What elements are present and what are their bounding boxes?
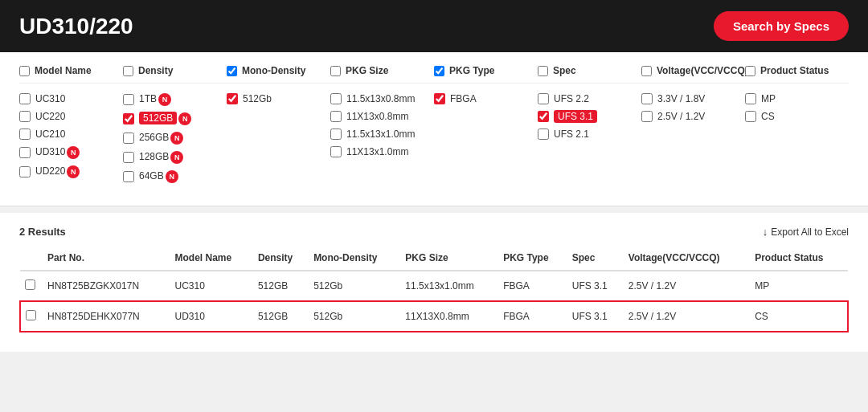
filter-header-label-mono-density: Mono-Density <box>242 65 305 76</box>
filter-header-pkg-size: PKG Size <box>330 65 434 84</box>
table-cell: HN8T25DEHKX077N <box>43 301 170 332</box>
filter-item-label: 512Gb <box>243 93 272 104</box>
filter-header-model-name: Model Name <box>19 65 123 84</box>
filter-header-pkg-type: PKG Type <box>434 65 538 84</box>
filter-item-checkbox[interactable] <box>434 93 445 104</box>
filter-item-checkbox[interactable] <box>123 94 134 105</box>
filter-header-checkbox-model-name[interactable] <box>19 66 30 76</box>
filter-header-label-density: Density <box>138 65 173 76</box>
filter-item-checkbox[interactable] <box>19 93 31 104</box>
filter-item-checkbox[interactable] <box>19 111 31 122</box>
filter-header-label-pkg-type: PKG Type <box>449 65 494 76</box>
filter-item-label: 11.5x13x1.0mm <box>346 128 415 140</box>
filter-item-checkbox[interactable] <box>330 93 342 104</box>
filter-item-checkbox[interactable] <box>123 152 134 163</box>
filter-item: CS <box>745 111 849 122</box>
filter-header-checkbox-spec[interactable] <box>538 66 548 76</box>
table-cell: 512Gb <box>309 271 400 301</box>
filter-item: 512GBN <box>123 112 227 125</box>
filter-item-label: UC310 <box>35 93 65 104</box>
filter-item-checkbox[interactable] <box>330 128 342 140</box>
filter-header-density: Density <box>123 65 227 84</box>
results-count: 2 Results <box>19 226 66 238</box>
header: UD310/220 Search by Specs <box>0 0 868 52</box>
filter-col-voltage: Voltage(VCC/VCCQ)3.3V / 1.8V2.5V / 1.2V <box>641 65 745 128</box>
filter-item-label: 1TBN <box>139 93 171 106</box>
table-cell: 512GB <box>253 301 309 332</box>
filter-header-checkbox-pkg-size[interactable] <box>330 66 341 76</box>
new-badge: N <box>178 112 191 125</box>
filter-header-label-voltage: Voltage(VCC/VCCQ) <box>657 65 748 76</box>
filter-item-checkbox[interactable] <box>19 128 31 140</box>
filter-header-checkbox-pkg-type[interactable] <box>434 66 444 76</box>
filter-row: Model NameUC310UC220UC210UD310NUD220NDen… <box>19 65 849 190</box>
filter-item: 11.5x13x1.0mm <box>330 128 434 140</box>
table-col-header: Part No. <box>43 246 170 271</box>
table-cell: CS <box>750 301 848 332</box>
table-col-header: Voltage(VCC/VCCQ) <box>624 246 750 271</box>
table-cell: MP <box>750 271 848 301</box>
filter-header-checkbox-mono-density[interactable] <box>227 66 237 76</box>
filter-item-checkbox[interactable] <box>745 111 756 122</box>
filter-item-checkbox[interactable] <box>227 93 238 104</box>
filter-item: UFS 2.1 <box>538 128 641 140</box>
filter-item-label: UC210 <box>35 128 65 140</box>
filter-item-checkbox[interactable] <box>123 133 134 144</box>
filter-item-label: 2.5V / 1.2V <box>657 111 705 122</box>
filter-item-label: 11.5x13x0.8mm <box>346 93 415 104</box>
filter-item-label: UC220 <box>35 111 65 122</box>
row-checkbox[interactable] <box>26 310 36 320</box>
row-checkbox[interactable] <box>25 279 35 290</box>
filter-header-checkbox-density[interactable] <box>123 66 133 76</box>
filter-col-mono-density: Mono-Density512Gb <box>227 65 330 111</box>
filter-item: 128GBN <box>123 151 227 164</box>
filter-col-spec: SpecUFS 2.2UFS 3.1UFS 2.1 <box>538 65 641 146</box>
filter-item-checkbox[interactable] <box>538 111 549 122</box>
table-col-header: Model Name <box>170 246 252 271</box>
filter-item-checkbox[interactable] <box>123 171 134 182</box>
filter-item-checkbox[interactable] <box>19 147 31 158</box>
new-badge: N <box>170 132 183 145</box>
table-cell[interactable] <box>20 301 43 332</box>
filter-item-checkbox[interactable] <box>330 111 342 122</box>
filter-item-label: 64GBN <box>139 170 178 183</box>
filter-item-checkbox[interactable] <box>123 113 134 124</box>
filter-item-checkbox[interactable] <box>538 93 549 104</box>
results-table: Part No.Model NameDensityMono-DensityPKG… <box>19 246 849 332</box>
search-by-specs-button[interactable]: Search by Specs <box>714 11 849 41</box>
filter-header-checkbox-product-status[interactable] <box>745 66 755 76</box>
filter-item-checkbox[interactable] <box>538 128 549 140</box>
filter-item-checkbox[interactable] <box>641 111 653 122</box>
filter-header-mono-density: Mono-Density <box>227 65 330 84</box>
new-badge: N <box>166 170 178 183</box>
filter-item-label: 3.3V / 1.8V <box>657 93 705 104</box>
table-col-header: Mono-Density <box>309 246 400 271</box>
filter-header-label-pkg-size: PKG Size <box>346 65 388 76</box>
filter-item-checkbox[interactable] <box>19 166 31 177</box>
filter-item: MP <box>745 93 849 104</box>
filter-item: 11X13x1.0mm <box>330 146 434 157</box>
table-cell[interactable] <box>20 271 43 301</box>
filter-item-label: FBGA <box>450 93 477 104</box>
filter-col-model-name: Model NameUC310UC220UC210UD310NUD220N <box>19 65 123 185</box>
filter-item-label: 128GBN <box>139 151 183 164</box>
filter-item-label: UFS 3.1 <box>554 111 597 122</box>
page-title: UD310/220 <box>19 14 133 39</box>
new-badge: N <box>158 93 171 106</box>
filter-item-checkbox[interactable] <box>641 93 653 104</box>
filter-item-checkbox[interactable] <box>745 93 756 104</box>
table-cell: 2.5V / 1.2V <box>624 271 750 301</box>
filter-item: 11.5x13x0.8mm <box>330 93 434 104</box>
filter-item-label: 512GBN <box>139 112 191 125</box>
export-button[interactable]: Export All to Excel <box>763 226 849 238</box>
table-cell: FBGA <box>498 271 567 301</box>
filter-item-label: UFS 2.2 <box>554 93 589 104</box>
filter-item-checkbox[interactable] <box>330 146 342 157</box>
filter-col-pkg-size: PKG Size11.5x13x0.8mm11X13x0.8mm11.5x13x… <box>330 65 434 164</box>
filter-header-label-spec: Spec <box>553 65 576 76</box>
filter-header-checkbox-voltage[interactable] <box>641 66 652 76</box>
table-col-header: PKG Size <box>400 246 498 271</box>
table-cell: UFS 3.1 <box>567 271 624 301</box>
table-cell: UC310 <box>170 271 252 301</box>
table-cell: HN8T25BZGKX017N <box>43 271 170 301</box>
